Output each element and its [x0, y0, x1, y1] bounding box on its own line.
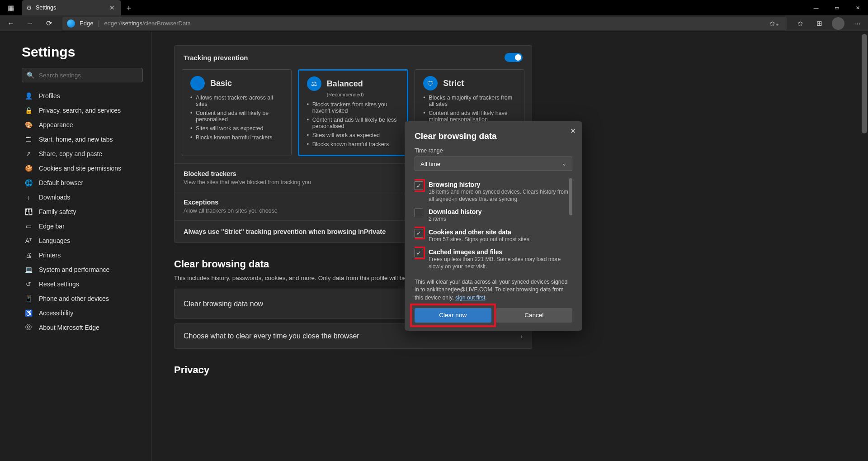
nav-icon: 🗔	[24, 136, 33, 143]
nav-label: System and performance	[39, 266, 109, 273]
collections-icon[interactable]: ⊞	[811, 16, 827, 31]
browser-tab[interactable]: ⚙ Settings ✕	[22, 0, 121, 15]
sidebar-item[interactable]: 🗔Start, home, and new tabs	[22, 132, 143, 147]
sidebar-item[interactable]: ↓Downloads	[22, 190, 143, 204]
sidebar-item[interactable]: 📱Phone and other devices	[22, 291, 143, 306]
favorites-icon[interactable]: ✩	[792, 16, 808, 31]
nav-icon: ⓔ	[24, 323, 33, 332]
close-tab-icon[interactable]: ✕	[108, 4, 117, 11]
dialog-data-item[interactable]: Download history2 items	[415, 205, 572, 225]
tab-actions-icon[interactable]: ▦	[0, 0, 22, 15]
dialog-data-item[interactable]: Cookies and other site dataFrom 57 sites…	[415, 226, 572, 246]
nav-icon: 🔒	[24, 107, 33, 114]
checkbox[interactable]	[415, 229, 423, 238]
clear-now-button[interactable]: Clear now	[415, 308, 491, 323]
clear-browsing-data-dialog: ✕ Clear browsing data Time range All tim…	[405, 121, 582, 331]
search-input[interactable]	[39, 72, 138, 79]
tab-title: Settings	[36, 5, 104, 11]
dialog-title: Clear browsing data	[415, 131, 572, 141]
tracking-balanced-option[interactable]: ⚖Balanced (Recommended) Blocks trackers …	[298, 69, 409, 156]
site-identity: Edge	[80, 20, 93, 27]
sidebar-item[interactable]: 🖨Printers	[22, 248, 143, 262]
url-text: edge://settings/clearBrowserData	[104, 20, 191, 27]
nav-label: Reset settings	[39, 280, 79, 288]
search-settings-box[interactable]: 🔍	[22, 68, 143, 82]
sidebar-item[interactable]: 🌐Default browser	[22, 176, 143, 190]
strict-icon: 🛡	[423, 76, 438, 90]
tracking-toggle[interactable]	[505, 53, 523, 62]
edge-icon	[67, 19, 75, 28]
nav-icon: ↓	[24, 194, 33, 201]
privacy-heading: Privacy	[174, 364, 868, 376]
new-tab-button[interactable]: ＋	[121, 2, 137, 13]
sidebar-item[interactable]: ♿Accessibility	[22, 306, 143, 320]
nav-label: Phone and other devices	[39, 295, 109, 302]
nav-icon: 💻	[24, 266, 33, 273]
sidebar-item[interactable]: ▭Edge bar	[22, 219, 143, 233]
nav-icon: 🎨	[24, 121, 33, 128]
nav-icon: Aᵀ	[24, 237, 33, 244]
chevron-right-icon: ›	[520, 333, 523, 340]
reload-button[interactable]: ⟳	[41, 16, 57, 31]
tracking-basic-option[interactable]: 🐾Basic Allows most trackers across all s…	[182, 69, 292, 156]
gear-icon: ⚙	[26, 4, 32, 11]
dialog-close-icon[interactable]: ✕	[570, 127, 576, 135]
settings-heading: Settings	[22, 44, 143, 60]
tracking-header: Tracking prevention	[184, 54, 248, 62]
page-scrollbar[interactable]	[862, 34, 867, 459]
back-button[interactable]: ←	[3, 16, 19, 31]
nav-label: Default browser	[39, 179, 83, 186]
profile-avatar[interactable]	[832, 17, 844, 30]
nav-label: Printers	[39, 252, 61, 259]
window-close-button[interactable]: ✕	[847, 0, 868, 15]
time-range-label: Time range	[415, 147, 572, 154]
nav-icon: ↺	[24, 280, 33, 288]
nav-icon: 🌐	[24, 179, 33, 186]
sidebar-item[interactable]: ↗Share, copy and paste	[22, 147, 143, 161]
star-add-icon[interactable]: ✩₊	[766, 16, 782, 31]
nav-icon: 👪	[24, 208, 33, 215]
sign-out-link[interactable]: sign out first	[455, 295, 485, 301]
address-bar[interactable]: Edge | edge://settings/clearBrowserData …	[62, 17, 787, 30]
checkbox[interactable]	[415, 209, 423, 217]
checkbox[interactable]	[415, 181, 423, 190]
nav-label: About Microsoft Edge	[39, 324, 99, 331]
nav-icon: ↗	[24, 150, 33, 157]
sidebar-item[interactable]: 🍪Cookies and site permissions	[22, 161, 143, 176]
basic-icon: 🐾	[190, 76, 205, 90]
nav-icon: 🍪	[24, 165, 33, 172]
dialog-data-item[interactable]: Browsing history18 items and more on syn…	[415, 178, 572, 205]
sidebar-item[interactable]: AᵀLanguages	[22, 233, 143, 248]
sidebar-item[interactable]: 👤Profiles	[22, 89, 143, 103]
nav-icon: ▭	[24, 223, 33, 230]
sidebar-item[interactable]: 🔒Privacy, search, and services	[22, 103, 143, 118]
balanced-icon: ⚖	[307, 76, 321, 91]
minimize-button[interactable]: —	[806, 0, 826, 15]
sidebar-item[interactable]: ↺Reset settings	[22, 277, 143, 291]
nav-label: Privacy, search, and services	[39, 107, 121, 114]
sidebar-item[interactable]: 👪Family safety	[22, 204, 143, 219]
nav-label: Start, home, and new tabs	[39, 136, 113, 143]
dialog-data-item[interactable]: Cached images and filesFrees up less tha…	[415, 246, 572, 273]
nav-label: Downloads	[39, 194, 70, 201]
checkbox[interactable]	[415, 249, 423, 257]
nav-label: Profiles	[39, 92, 60, 100]
settings-sidebar: Settings 🔍 👤Profiles🔒Privacy, search, an…	[0, 32, 151, 461]
cancel-button[interactable]: Cancel	[496, 308, 573, 323]
time-range-select[interactable]: All time ⌄	[415, 157, 572, 171]
sidebar-item[interactable]: 🎨Appearance	[22, 118, 143, 132]
sidebar-item[interactable]: 💻System and performance	[22, 262, 143, 277]
search-icon: 🔍	[27, 71, 34, 79]
dialog-note: This will clear your data across all you…	[415, 278, 572, 302]
nav-label: Family safety	[39, 208, 76, 215]
nav-icon: ♿	[24, 309, 33, 317]
nav-icon: 👤	[24, 92, 33, 100]
more-menu-icon[interactable]: ⋯	[849, 16, 865, 31]
sidebar-item[interactable]: ⓔAbout Microsoft Edge	[22, 320, 143, 335]
nav-label: Accessibility	[39, 309, 73, 317]
dialog-scrollbar[interactable]	[569, 178, 572, 215]
nav-icon: 📱	[24, 295, 33, 302]
nav-label: Appearance	[39, 121, 73, 128]
chevron-down-icon: ⌄	[562, 161, 566, 167]
maximize-button[interactable]: ▭	[826, 0, 847, 15]
